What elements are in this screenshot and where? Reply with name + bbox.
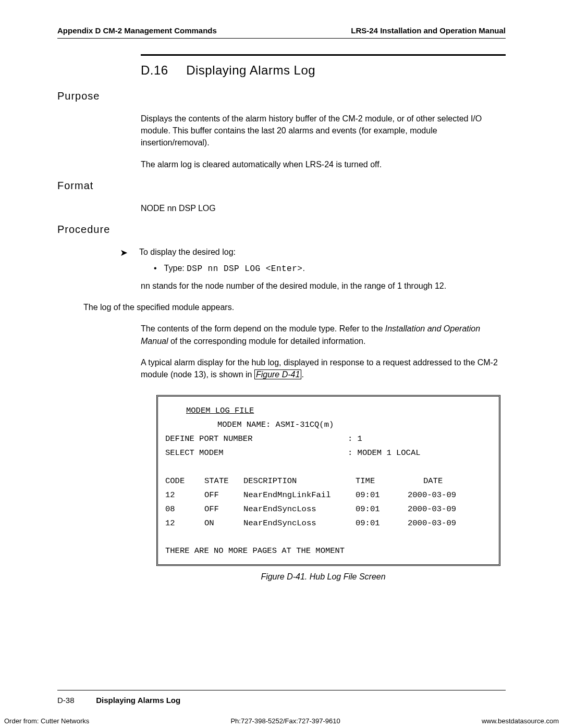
col-desc-header: DESCRIPTION	[243, 474, 356, 488]
cell-state: OFF	[204, 502, 243, 516]
select-val: : MODEM 1 LOCAL	[348, 446, 421, 460]
bottom-info-bar: Order from: Cutter Networks Ph:727-398-5…	[0, 717, 563, 725]
contents-para: The contents of the form depend on the m…	[141, 323, 506, 347]
table-row: 12ONNearEndSyncLoss09:012000-03-09	[165, 516, 492, 530]
section-number: D.16	[141, 63, 182, 78]
cell-time: 09:01	[356, 516, 408, 530]
terminal-output: MODEM LOG FILEMODEM NAME: ASMI-31CQ(m)DE…	[156, 395, 500, 566]
bullet-command: DSP nn DSP LOG <Enter>	[187, 264, 302, 274]
procedure-heading: Procedure	[57, 224, 506, 236]
footer-section-title: Displaying Alarms Log	[96, 696, 180, 705]
bottom-center: Ph:727-398-5252/Fax:727-397-9610	[230, 717, 340, 725]
terminal-select-row: SELECT MODEM: MODEM 1 LOCAL	[165, 446, 492, 460]
format-value: NODE nn DSP LOG	[141, 202, 506, 214]
cell-code: 12	[165, 488, 204, 502]
bullet-suffix: .	[302, 264, 304, 273]
table-row: 08OFFNearEndSyncLoss09:012000-03-09	[165, 502, 492, 516]
arrow-icon: ➤	[120, 247, 128, 258]
bullet-prefix: Type:	[164, 264, 187, 273]
terminal-header-row: CODESTATEDESCRIPTIONTIMEDATE	[165, 474, 492, 488]
define-val: : 1	[348, 432, 362, 446]
cell-date: 2000-03-09	[408, 488, 456, 502]
cell-desc: NearEndSyncLoss	[243, 516, 356, 530]
terminal-modem-name: MODEM NAME: ASMI-31CQ(m)	[217, 418, 492, 432]
cell-state: ON	[204, 516, 243, 530]
page-footer: D-38 Displaying Alarms Log	[57, 696, 180, 705]
cell-code: 12	[165, 516, 204, 530]
terminal-footer: THERE ARE NO MORE PAGES AT THE MOMENT	[165, 544, 492, 558]
section-title: Displaying Alarms Log	[186, 63, 315, 77]
cell-desc: NearEndSyncLoss	[243, 502, 356, 516]
cell-state: OFF	[204, 488, 243, 502]
bottom-right: www.bestdatasource.com	[482, 717, 559, 725]
nn-explain: nn stands for the node number of the des…	[141, 280, 506, 292]
col-date-header: DATE	[423, 474, 443, 488]
format-heading: Format	[57, 180, 506, 192]
purpose-para1: Displays the contents of the alarm histo…	[141, 113, 506, 149]
bottom-left: Order from: Cutter Networks	[4, 717, 89, 725]
typical-para: A typical alarm display for the hub log,…	[141, 356, 506, 380]
cell-time: 09:01	[356, 502, 408, 516]
contents-prefix: The contents of the form depend on the m…	[141, 324, 385, 333]
procedure-step-text: To display the desired log:	[139, 246, 236, 258]
col-time-header: TIME	[356, 474, 408, 488]
bullet-icon: •	[154, 264, 157, 274]
contents-suffix: of the corresponding module for detailed…	[168, 337, 365, 346]
page-header: Appendix D CM-2 Management Commands LRS-…	[57, 26, 506, 39]
figure-ref-link[interactable]: Figure D-41	[254, 369, 301, 379]
cell-date: 2000-03-09	[408, 516, 456, 530]
col-code-header: CODE	[165, 474, 204, 488]
typical-prefix: A typical alarm display for the hub log,…	[141, 358, 498, 379]
select-label: SELECT MODEM	[165, 446, 348, 460]
cell-date: 2000-03-09	[408, 502, 456, 516]
cell-code: 08	[165, 502, 204, 516]
thick-rule	[141, 54, 506, 56]
section-heading: D.16 Displaying Alarms Log	[141, 63, 506, 78]
define-label: DEFINE PORT NUMBER	[165, 432, 348, 446]
bullet-text: Type: DSP nn DSP LOG <Enter>.	[164, 264, 305, 274]
procedure-step: ➤ To display the desired log:	[120, 246, 506, 258]
cell-desc: NearEndMngLinkFail	[243, 488, 356, 502]
footer-rule	[57, 690, 506, 690]
page-number: D-38	[57, 696, 94, 705]
procedure-bullet: • Type: DSP nn DSP LOG <Enter>.	[154, 264, 506, 274]
purpose-para2: The alarm log is cleared automatically w…	[141, 158, 506, 170]
cell-time: 09:01	[356, 488, 408, 502]
table-row: 12OFFNearEndMngLinkFail09:012000-03-09	[165, 488, 492, 502]
header-left: Appendix D CM-2 Management Commands	[57, 26, 217, 35]
terminal-define-row: DEFINE PORT NUMBER: 1	[165, 432, 492, 446]
typical-suffix: .	[301, 370, 303, 379]
purpose-heading: Purpose	[57, 90, 506, 102]
figure-caption: Figure D-41. Hub Log File Screen	[141, 572, 506, 582]
header-right: LRS-24 Installation and Operation Manual	[351, 26, 506, 35]
col-state-header: STATE	[204, 474, 243, 488]
log-appears: The log of the specified module appears.	[83, 301, 506, 313]
terminal-title: MODEM LOG FILE	[186, 404, 492, 418]
